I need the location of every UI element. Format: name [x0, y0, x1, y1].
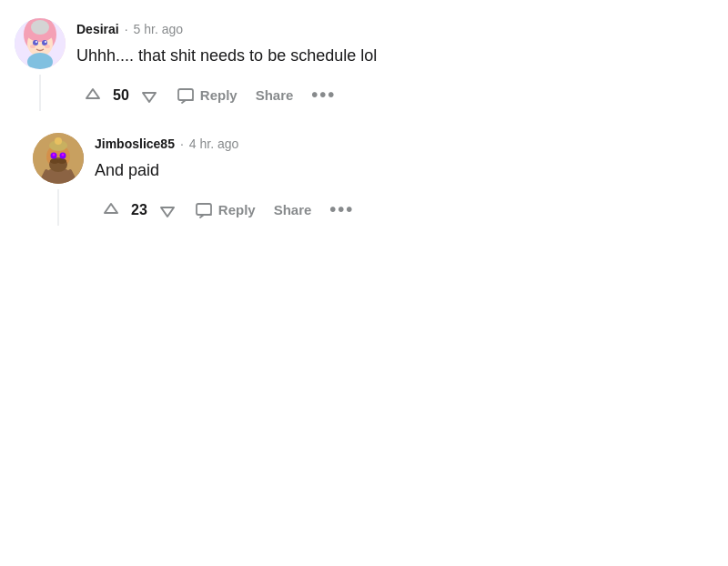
more-button-jimbo[interactable]: ••• [322, 194, 361, 226]
comment-icon-jimbo [195, 201, 213, 219]
svg-point-25 [55, 137, 62, 145]
svg-point-7 [35, 41, 37, 43]
comment-desirai: Desirai · 5 hr. ago Uhhh.... that shit n… [15, 18, 713, 111]
downvote-button-jimbo[interactable] [151, 196, 184, 225]
timestamp-desirai: 5 hr. ago [134, 22, 184, 36]
upvote-icon-desirai [84, 86, 102, 105]
comment-icon-desirai [177, 86, 195, 105]
dot-sep-1: · [125, 22, 128, 36]
comment-left-desirai [15, 18, 66, 111]
share-button-jimbo[interactable]: Share [267, 197, 319, 223]
svg-rect-28 [197, 204, 211, 215]
username-jimbo: Jimboslice85 [95, 136, 175, 151]
comment-left-jimbo [33, 133, 84, 226]
upvote-icon-jimbo [102, 201, 120, 219]
downvote-button-desirai[interactable] [133, 81, 166, 110]
thread-line-2 [57, 189, 59, 226]
comment-text-jimbo: And paid [95, 158, 713, 183]
upvote-button-jimbo[interactable] [95, 196, 127, 225]
share-label-desirai: Share [256, 87, 294, 103]
more-icon-jimbo: ••• [329, 199, 354, 220]
comment-actions-desirai: 50 Reply Share ••• [76, 79, 713, 111]
comment-header-jimbo: Jimboslice85 · 4 hr. ago [95, 136, 713, 151]
comment-jimboslice: Jimboslice85 · 4 hr. ago And paid 23 [33, 133, 713, 226]
svg-point-18 [57, 158, 66, 164]
more-button-desirai[interactable]: ••• [304, 79, 343, 111]
svg-rect-12 [178, 89, 193, 100]
username-desirai: Desirai [76, 22, 119, 36]
upvote-button-desirai[interactable] [76, 81, 109, 110]
comment-text-desirai: Uhhh.... that shit needs to be schedule … [76, 44, 713, 68]
avatar-desirai [15, 18, 66, 69]
timestamp-jimbo: 4 hr. ago [189, 136, 239, 151]
vote-count-desirai: 50 [113, 87, 129, 104]
svg-point-4 [31, 20, 49, 35]
comment-header-desirai: Desirai · 5 hr. ago [76, 22, 713, 36]
reply-button-desirai[interactable]: Reply [169, 81, 245, 110]
downvote-icon-jimbo [158, 201, 177, 219]
reply-button-jimbo[interactable]: Reply [187, 196, 263, 225]
more-icon-desirai: ••• [311, 85, 336, 106]
reply-label-jimbo: Reply [218, 202, 256, 217]
comment-actions-jimbo: 23 Reply Share ••• [95, 194, 713, 226]
svg-point-22 [62, 154, 65, 157]
reply-label-desirai: Reply [200, 87, 238, 103]
share-label-jimbo: Share [274, 202, 312, 217]
svg-point-10 [45, 45, 50, 48]
downvote-icon-desirai [140, 86, 158, 105]
svg-point-8 [45, 41, 46, 43]
share-button-desirai[interactable]: Share [248, 82, 301, 108]
comment-body-jimbo: Jimboslice85 · 4 hr. ago And paid 23 [95, 133, 713, 226]
thread-line-1 [39, 75, 41, 111]
svg-point-9 [30, 45, 35, 48]
svg-point-21 [53, 154, 56, 157]
avatar-jimboslice [33, 133, 84, 184]
dot-sep-2: · [180, 136, 184, 151]
comment-body-desirai: Desirai · 5 hr. ago Uhhh.... that shit n… [76, 18, 713, 111]
vote-count-jimbo: 23 [131, 202, 147, 218]
